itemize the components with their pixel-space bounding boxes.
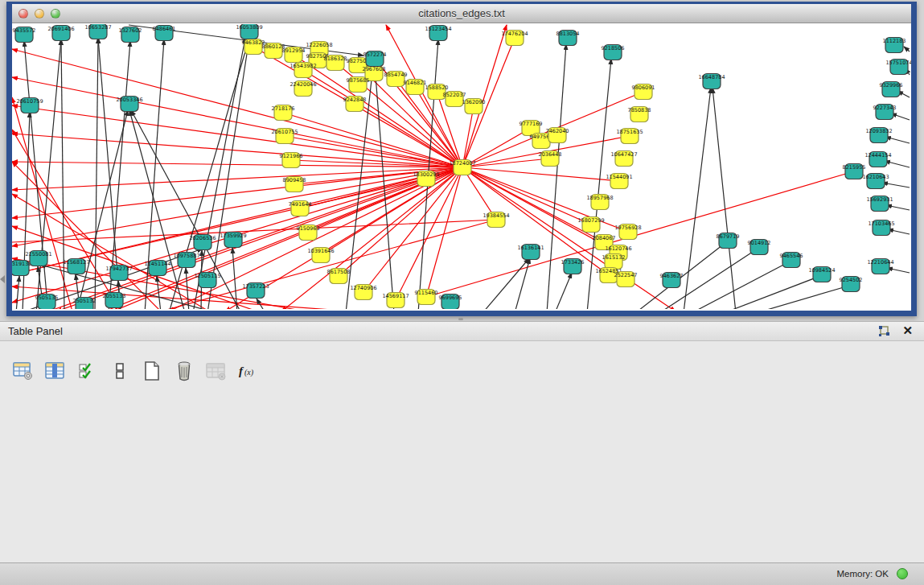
graph-node[interactable]: 9699695 (439, 295, 462, 310)
minimize-button[interactable] (35, 9, 44, 19)
graph-node[interactable]: 2036448 (539, 151, 562, 167)
graph-node[interactable]: 9227343 (873, 105, 897, 120)
graph-node[interactable]: 15807299 (577, 217, 604, 233)
graph-edge[interactable] (426, 171, 854, 297)
graph-edge[interactable] (724, 276, 820, 309)
graph-node[interactable]: 9242848 (343, 97, 367, 112)
delete-table-icon[interactable] (172, 359, 196, 383)
column-visibility-icon[interactable] (43, 359, 68, 383)
graph-node[interactable]: 19384554 (483, 212, 509, 228)
graph-edge[interactable] (882, 183, 910, 187)
graph-node[interactable]: 7462040 (546, 128, 569, 143)
graph-edge[interactable] (887, 268, 910, 273)
graph-node[interactable]: 8617508 (327, 269, 351, 284)
graph-node[interactable]: 3319138 (12, 261, 31, 276)
graph-node[interactable]: 9329966 (880, 82, 903, 97)
graph-node[interactable]: 10984524 (808, 267, 835, 282)
graph-node[interactable]: 9150963 (297, 225, 320, 241)
graph-edge[interactable] (12, 167, 462, 218)
graph-edge[interactable] (61, 39, 64, 309)
graph-node[interactable]: 8679719 (717, 233, 740, 249)
graph-node[interactable]: 9218506 (602, 45, 625, 60)
graph-node[interactable]: 17103465 (868, 220, 894, 236)
close-button[interactable] (18, 9, 28, 19)
graph-node[interactable]: 20691406 (47, 26, 74, 41)
graph-node[interactable]: 7850838 (628, 107, 651, 122)
graph-node[interactable]: 8909458 (283, 177, 306, 192)
graph-node[interactable]: 16053809 (236, 24, 262, 39)
graph-edge[interactable] (363, 167, 462, 292)
row-height-icon[interactable] (108, 359, 132, 383)
graph-edge[interactable] (885, 161, 910, 167)
graph-node[interactable]: 17357223 (242, 283, 269, 299)
graph-node[interactable]: 6486461 (153, 26, 176, 41)
graph-node[interactable]: 11544091 (606, 174, 632, 189)
graph-node[interactable]: 2055133 (103, 293, 126, 308)
graph-edge[interactable] (462, 167, 591, 225)
graph-node[interactable]: 14569117 (382, 293, 409, 308)
graph-edge[interactable] (12, 167, 462, 190)
network-canvas[interactable]: 9463822886012889129541222605898275051654… (12, 24, 911, 311)
panel-collapse-handle[interactable] (0, 275, 5, 283)
graph-edge[interactable] (692, 262, 790, 309)
memory-ok-indicator[interactable] (897, 568, 908, 579)
graph-edge[interactable] (756, 286, 849, 309)
graph-node[interactable]: 9435572 (13, 27, 36, 43)
graph-node[interactable]: 10647427 (610, 151, 637, 167)
graph-node[interactable]: 10391646 (307, 248, 334, 263)
graph-edge[interactable] (193, 38, 245, 309)
graph-node[interactable]: 9115460 (415, 290, 438, 305)
graph-node[interactable]: 10653287 (84, 24, 111, 39)
graph-node[interactable]: 8186328 (324, 56, 347, 71)
graph-node[interactable]: 9121966 (280, 153, 303, 168)
graph-edge[interactable] (462, 167, 619, 181)
graph-node[interactable]: 20206536 (189, 235, 216, 250)
function-builder-icon[interactable]: f(x) (236, 359, 261, 383)
close-panel-icon[interactable]: ✕ (902, 323, 913, 338)
zoom-button[interactable] (51, 9, 60, 19)
new-table-icon[interactable] (140, 359, 164, 383)
graph-node[interactable]: 12444154 (864, 152, 891, 167)
graph-node[interactable]: 16210643 (862, 174, 889, 189)
graph-node[interactable]: 18957968 (586, 195, 613, 210)
graph-node[interactable]: 9146821 (404, 80, 427, 95)
graph-node[interactable]: 2718176 (272, 105, 295, 121)
graph-edge[interactable] (888, 229, 910, 234)
graph-node[interactable]: 9465546 (780, 253, 803, 268)
float-window-icon[interactable] (877, 325, 890, 338)
graph-edge[interactable] (684, 88, 711, 309)
graph-node[interactable]: 16648784 (698, 74, 725, 89)
graph-node[interactable]: 9463627 (660, 273, 684, 288)
graph-edge[interactable] (36, 39, 61, 309)
graph-node[interactable]: 15123454 (425, 26, 451, 41)
citation-network-graph[interactable]: 9463822886012889129541222605898275051654… (12, 24, 911, 309)
graph-node[interactable]: 22420046 (290, 81, 316, 97)
graph-edge[interactable] (95, 38, 98, 309)
graph-node[interactable]: 1112183 (883, 38, 906, 53)
network-window-titlebar[interactable]: citations_edges.txt (12, 4, 911, 23)
graph-node[interactable]: 1327602 (119, 27, 142, 43)
graph-node[interactable]: 19756928 (614, 225, 641, 240)
graph-node[interactable]: 12210644 (867, 259, 893, 274)
table-settings-icon[interactable] (11, 359, 35, 383)
graph-node[interactable]: 1733426 (561, 259, 585, 274)
graph-node[interactable]: 10975887 (173, 253, 199, 268)
row-select-check-icon[interactable] (76, 359, 100, 383)
horizontal-splitter[interactable] (458, 318, 463, 320)
graph-node[interactable]: 9505135 (35, 295, 59, 310)
graph-edge[interactable] (483, 258, 529, 309)
graph-node[interactable]: 16136141 (517, 245, 544, 260)
graph-node[interactable]: 15692931 (866, 196, 893, 212)
graph-edge[interactable] (12, 49, 462, 167)
graph-node[interactable]: 9875685 (347, 77, 370, 93)
graph-edge[interactable] (885, 137, 910, 143)
graph-node[interactable]: 9254502 (840, 277, 863, 292)
graph-node[interactable]: 8912954 (282, 47, 306, 63)
graph-node[interactable]: 15751074 (885, 60, 911, 75)
graph-edge[interactable] (16, 276, 19, 309)
graph-node[interactable]: 1362090 (462, 99, 486, 114)
graph-node[interactable]: 2522547 (614, 272, 638, 287)
graph-node[interactable]: 20610759 (16, 98, 43, 113)
graph-node[interactable]: 7491644 (289, 201, 312, 216)
graph-node[interactable]: 8813054 (556, 31, 580, 46)
